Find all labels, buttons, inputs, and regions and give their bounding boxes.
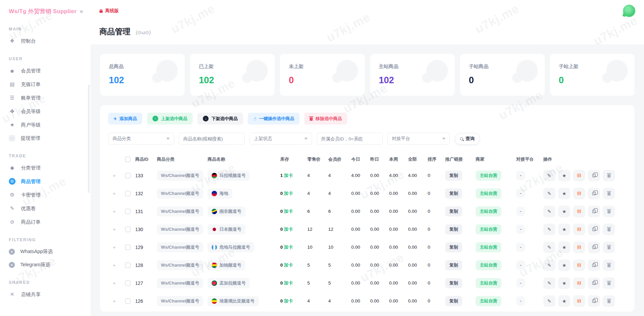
favorite-button[interactable]: ★ bbox=[558, 188, 570, 199]
status-filter-select[interactable]: 上架状态 bbox=[249, 133, 312, 145]
row-checkbox[interactable] bbox=[125, 298, 130, 304]
copy-promo-link-button[interactable]: 复制 bbox=[445, 206, 462, 217]
copy-product-button[interactable] bbox=[588, 170, 600, 181]
sidebar-item-shop-sharing[interactable]: ✕ 店铺共享 bbox=[9, 288, 91, 301]
sidebar-item-console[interactable]: ❖ 控制台 bbox=[9, 34, 91, 48]
copy-promo-link-button[interactable]: 复制 bbox=[445, 278, 462, 288]
member-id-filter-input[interactable] bbox=[317, 133, 383, 145]
edit-button[interactable]: ✎ bbox=[543, 277, 555, 289]
bulk-action-button[interactable]: ☝ 一键操作选中商品 bbox=[248, 113, 300, 125]
row-checkbox[interactable] bbox=[125, 227, 130, 232]
copy-promo-link-button[interactable]: 复制 bbox=[445, 242, 462, 252]
add-card-link[interactable]: 加卡 bbox=[284, 298, 293, 303]
copy-product-button[interactable] bbox=[588, 224, 600, 235]
add-card-link[interactable]: 加卡 bbox=[284, 173, 293, 178]
delete-button[interactable] bbox=[603, 295, 615, 307]
edit-button[interactable]: ✎ bbox=[543, 188, 555, 199]
favorite-button[interactable]: ★ bbox=[558, 295, 570, 307]
row-expander[interactable]: + bbox=[108, 208, 120, 214]
favorite-button[interactable]: ★ bbox=[558, 277, 570, 289]
sidebar-item-members[interactable]: ☻ 会员管理 bbox=[9, 64, 91, 77]
edit-button[interactable]: ✎ bbox=[543, 295, 555, 307]
sidebar-item-member-levels[interactable]: ✤ 会员等级 bbox=[9, 105, 91, 118]
delete-button[interactable] bbox=[603, 277, 615, 289]
copy-promo-link-button[interactable]: 复制 bbox=[445, 260, 462, 270]
user-avatar[interactable] bbox=[623, 5, 635, 17]
sidebar-item-card-keys[interactable]: ⚙ 卡密管理 bbox=[9, 188, 91, 202]
edit-button[interactable]: ✎ bbox=[543, 242, 555, 253]
search-button[interactable]: 查询 bbox=[455, 133, 480, 145]
add-card-link[interactable]: 加卡 bbox=[284, 280, 293, 286]
pause-button[interactable] bbox=[573, 277, 585, 289]
edit-button[interactable]: ✎ bbox=[543, 206, 555, 217]
row-expander[interactable]: + bbox=[108, 298, 120, 304]
remove-selected-button[interactable]: 移除选中商品 bbox=[304, 113, 347, 125]
copy-product-button[interactable] bbox=[588, 188, 600, 199]
delete-button[interactable] bbox=[603, 188, 615, 199]
edit-button[interactable]: ✎ bbox=[543, 259, 555, 271]
add-card-link[interactable]: 加卡 bbox=[284, 245, 293, 250]
delete-button[interactable] bbox=[603, 259, 615, 271]
list-selected-button[interactable]: ↑ 上架选中商品 bbox=[147, 113, 193, 125]
copy-product-button[interactable] bbox=[588, 295, 600, 307]
copy-product-button[interactable] bbox=[588, 259, 600, 271]
edit-button[interactable]: ✎ bbox=[543, 224, 555, 235]
sidebar-item-categories[interactable]: ◆ 分类管理 bbox=[9, 161, 91, 175]
add-card-link[interactable]: 加卡 bbox=[284, 209, 293, 214]
favorite-button[interactable]: ★ bbox=[558, 224, 570, 235]
copy-product-button[interactable] bbox=[588, 206, 600, 217]
add-card-link[interactable]: 加卡 bbox=[284, 263, 293, 268]
copy-promo-link-button[interactable]: 复制 bbox=[445, 188, 462, 199]
sidebar-item-coupons[interactable]: ✎ 优惠卷 bbox=[9, 202, 91, 215]
row-checkbox[interactable] bbox=[125, 173, 130, 178]
pause-button[interactable] bbox=[573, 259, 585, 271]
platform-filter-select[interactable]: 对接平台 bbox=[387, 133, 450, 145]
unlist-selected-button[interactable]: ↓ 下架选中商品 bbox=[197, 113, 243, 125]
sidebar-item-product-orders[interactable]: ⊘ 商品订单 bbox=[9, 215, 91, 229]
add-product-button[interactable]: + 添加商品 bbox=[108, 113, 142, 125]
edit-button[interactable]: ✎ bbox=[543, 170, 555, 181]
pause-button[interactable] bbox=[573, 224, 585, 235]
pause-button[interactable] bbox=[573, 242, 585, 253]
sidebar-item-whatsapp-filter[interactable]: ➤ WhatsApp筛选 bbox=[9, 245, 91, 258]
copy-promo-link-button[interactable]: 复制 bbox=[445, 171, 462, 181]
row-expander[interactable]: + bbox=[108, 190, 120, 196]
favorite-button[interactable]: ★ bbox=[558, 259, 570, 271]
row-expander[interactable]: + bbox=[108, 280, 120, 286]
copy-product-button[interactable] bbox=[588, 277, 600, 289]
pause-button[interactable] bbox=[573, 188, 585, 199]
row-checkbox[interactable] bbox=[125, 280, 130, 286]
offline-badge[interactable]: 离线版 bbox=[99, 8, 119, 14]
favorite-button[interactable]: ★ bbox=[558, 206, 570, 217]
row-expander[interactable]: + bbox=[108, 262, 120, 268]
copy-product-button[interactable] bbox=[588, 242, 600, 253]
favorite-button[interactable]: ★ bbox=[558, 242, 570, 253]
delete-button[interactable] bbox=[603, 206, 615, 217]
add-card-link[interactable]: 加卡 bbox=[284, 191, 293, 196]
row-expander[interactable]: + bbox=[108, 244, 120, 250]
delete-button[interactable] bbox=[603, 170, 615, 181]
row-checkbox[interactable] bbox=[125, 245, 130, 250]
row-expander[interactable]: + bbox=[108, 173, 120, 178]
copy-promo-link-button[interactable]: 复制 bbox=[445, 224, 462, 234]
add-card-link[interactable]: 加卡 bbox=[284, 227, 293, 232]
copy-promo-link-button[interactable]: 复制 bbox=[445, 296, 462, 306]
row-expander[interactable]: + bbox=[108, 226, 120, 232]
sidebar-item-telegram-filter[interactable]: ➤ Telegram筛选 bbox=[9, 258, 91, 271]
delete-button[interactable] bbox=[603, 224, 615, 235]
product-name-filter-input[interactable] bbox=[179, 133, 245, 145]
row-checkbox[interactable] bbox=[125, 191, 130, 196]
category-filter-select[interactable]: 商品分类 bbox=[108, 133, 174, 145]
sidebar-scrollbar[interactable] bbox=[88, 85, 90, 193]
row-checkbox[interactable] bbox=[125, 209, 130, 214]
sidebar-collapse-icon[interactable]: « bbox=[80, 8, 83, 15]
delete-button[interactable] bbox=[603, 242, 615, 253]
sidebar-item-recharge-orders[interactable]: ▤ 充值订单 bbox=[9, 77, 91, 91]
pause-button[interactable] bbox=[573, 206, 585, 217]
favorite-button[interactable]: ★ bbox=[558, 170, 570, 181]
pause-button[interactable] bbox=[573, 295, 585, 307]
sidebar-item-merchant-levels[interactable]: ★ 商户等级 bbox=[9, 118, 91, 132]
select-all-checkbox[interactable] bbox=[125, 157, 130, 162]
sidebar-item-products[interactable]: © 商品管理 bbox=[9, 175, 91, 188]
pause-button[interactable] bbox=[573, 170, 585, 181]
